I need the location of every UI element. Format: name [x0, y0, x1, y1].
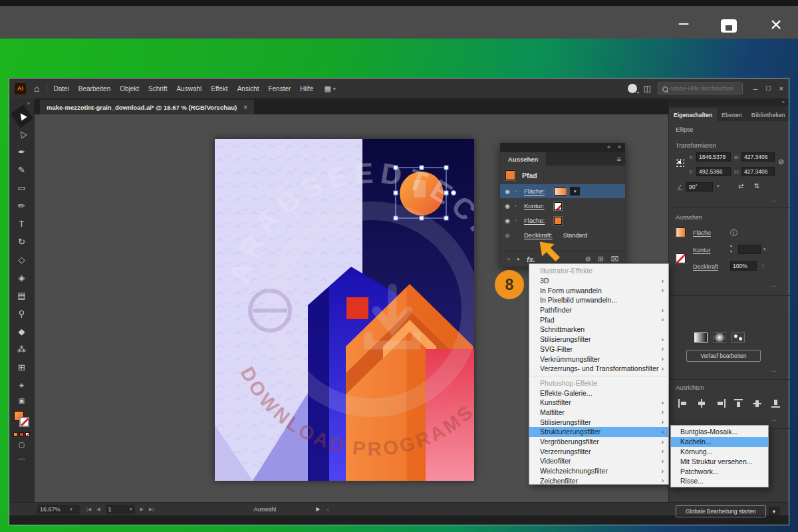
chevron-down-icon[interactable]: ▾: [717, 184, 720, 189]
gradient-tool[interactable]: ▤: [13, 288, 31, 304]
minimize-button[interactable]: –: [672, 15, 696, 35]
status-back-icon[interactable]: ‹: [327, 506, 329, 513]
add-stroke-icon[interactable]: ▫: [507, 255, 510, 263]
delete-item-icon[interactable]: ⌧: [610, 255, 618, 263]
expand-row-icon[interactable]: ›: [515, 203, 524, 209]
menu-item-malfilter[interactable]: Malfilter›: [529, 408, 668, 418]
add-fill-icon[interactable]: ▪: [517, 255, 520, 263]
align-left-icon[interactable]: [678, 399, 688, 408]
shape-builder-tool[interactable]: ◈: [13, 270, 31, 286]
app-close-button[interactable]: ×: [779, 84, 783, 92]
submenu-item-kacheln[interactable]: Kacheln...: [671, 437, 768, 447]
status-arrow-icon[interactable]: ▶: [316, 506, 320, 512]
align-center-horizontal-icon[interactable]: [697, 399, 707, 408]
none-swatch[interactable]: [554, 202, 562, 210]
align-bottom-icon[interactable]: [771, 399, 781, 408]
submenu-item-buntglas-mosaik[interactable]: Buntglas-Mosaik...: [671, 427, 768, 437]
constrain-proportions-icon[interactable]: ⊘: [778, 158, 784, 166]
gradient-swatch[interactable]: [554, 188, 567, 196]
expand-row-icon[interactable]: ›: [515, 188, 524, 194]
menu-item-verkruemmungsfilter[interactable]: Verkrümmungsfilter›: [529, 354, 668, 364]
document-tab[interactable]: make-mezzotint-grain_download.ai* @ 16.6…: [40, 100, 254, 114]
align-center-vertical-icon[interactable]: [753, 399, 763, 408]
more-options-icon[interactable]: …: [770, 196, 777, 203]
collapse-panel-icon[interactable]: »: [669, 98, 789, 106]
tab-bibliotheken[interactable]: Bibliotheken: [747, 108, 790, 121]
menu-objekt[interactable]: Objekt: [120, 85, 139, 92]
linear-gradient-button[interactable]: [694, 332, 708, 342]
color-swatch[interactable]: [554, 217, 562, 225]
previous-artboard-icon[interactable]: ◀: [96, 507, 100, 512]
submenu-item-koernung[interactable]: Körnung...: [671, 447, 768, 457]
symbol-sprayer-tool[interactable]: ⁂: [13, 342, 31, 358]
reference-point-selector[interactable]: [676, 158, 684, 167]
menu-item-pathfinder[interactable]: Pathfinder›: [529, 305, 668, 315]
menu-item-in-form-umwandeln[interactable]: In Form umwandeln›: [529, 285, 668, 295]
stroke-weight-stepper-down[interactable]: ▾: [730, 249, 732, 253]
submenu-item-patchwork[interactable]: Patchwork...: [671, 466, 768, 476]
artboard[interactable]: ARABSEEDTECH DOWNLOAD PROGRAMS: [215, 139, 474, 481]
height-input[interactable]: 427.3406: [741, 167, 775, 176]
appearance-row-fill-gradient[interactable]: ◉ › Fläche: ▾: [500, 184, 625, 198]
rotation-select[interactable]: 90°: [686, 182, 713, 192]
collapse-panel-icon[interactable]: «: [607, 144, 610, 150]
menu-hilfe[interactable]: Hilfe: [300, 85, 313, 92]
stroke-link[interactable]: Kontur: [693, 247, 711, 253]
account-avatar[interactable]: [628, 84, 637, 93]
direct-selection-tool[interactable]: ▷: [10, 122, 33, 146]
scale-tool[interactable]: ◇: [13, 252, 31, 268]
duplicate-item-icon[interactable]: ⊞: [598, 255, 603, 263]
opacity-link[interactable]: Deckkraft: [693, 263, 718, 270]
menu-effekt[interactable]: Effekt: [211, 85, 227, 92]
maximize-button[interactable]: [721, 19, 737, 33]
fill-stroke-indicator[interactable]: [13, 411, 31, 428]
visibility-eye-icon[interactable]: ◉: [500, 217, 515, 224]
menu-item-svg-filter[interactable]: SVG-Filter›: [529, 344, 668, 354]
visibility-eye-icon[interactable]: ◉: [500, 203, 515, 209]
arrange-documents-icon[interactable]: ◫: [644, 84, 651, 93]
screen-mode-icon[interactable]: ▢: [13, 439, 31, 451]
appearance-row-opacity[interactable]: ◉ Deckkraft: Standard: [500, 228, 625, 242]
freeform-gradient-button[interactable]: [732, 332, 745, 342]
menu-item-schnittmarken[interactable]: Schnittmarken: [529, 325, 668, 334]
pen-tool[interactable]: ✒: [13, 144, 31, 160]
menu-item-stilisierungsfilter[interactable]: Stilisierungsfilter›: [529, 334, 668, 344]
close-button[interactable]: ×: [765, 14, 787, 37]
menu-item-weichzeichnungsfilter[interactable]: Weichzeichnungsfilter›: [529, 466, 668, 476]
more-options-icon[interactable]: …: [770, 366, 777, 373]
help-search-box[interactable]: [658, 82, 743, 94]
fill-row-label[interactable]: Fläche:: [524, 217, 545, 224]
color-swatch[interactable]: [13, 432, 18, 437]
menu-fenster[interactable]: Fenster: [268, 85, 291, 92]
chevron-right-icon[interactable]: ›: [762, 262, 764, 269]
menu-item-kunstfilter[interactable]: Kunstfilter›: [529, 398, 668, 408]
workspace-icon[interactable]: ▦: [324, 84, 331, 93]
zoom-level-select[interactable]: 16.67% ▾: [37, 505, 80, 514]
menu-ansicht[interactable]: Ansicht: [237, 85, 259, 92]
chevron-down-icon[interactable]: ▾: [763, 247, 766, 252]
app-maximize-button[interactable]: ▢: [765, 84, 771, 92]
menu-item-in-pixelbild-umwandeln[interactable]: In Pixelbild umwandeln...: [529, 295, 668, 305]
appearance-panel-titlebar[interactable]: « ×: [500, 143, 625, 152]
fill-row-label[interactable]: Fläche:: [524, 188, 545, 195]
artboard-tool[interactable]: ⊞: [13, 360, 31, 376]
flip-horizontal-icon[interactable]: ⇄: [738, 182, 743, 190]
appearance-row-fill-solid[interactable]: ◉ › Fläche:: [500, 213, 625, 227]
curvature-tool[interactable]: ✎: [13, 162, 31, 178]
menu-item-zeichenfilter[interactable]: Zeichenfilter›: [529, 475, 668, 485]
stroke-weight-select[interactable]: [738, 245, 761, 254]
draw-mode-icon[interactable]: ▣: [13, 396, 31, 406]
menu-item-effekte-galerie[interactable]: Effekte-Galerie...: [529, 388, 668, 398]
menu-bearbeiten[interactable]: Bearbeiten: [78, 85, 110, 92]
paintbrush-tool[interactable]: ✏: [13, 198, 31, 214]
opacity-input[interactable]: 100%: [730, 261, 757, 271]
tab-ebenen[interactable]: Ebenen: [717, 108, 747, 121]
menu-auswahl[interactable]: Auswahl: [176, 85, 201, 92]
appearance-tab[interactable]: Aussehen: [500, 152, 546, 166]
menu-schrift[interactable]: Schrift: [148, 85, 167, 92]
app-minimize-button[interactable]: –: [753, 84, 757, 92]
radial-gradient-button[interactable]: [713, 332, 726, 342]
panel-menu-icon[interactable]: ≡: [617, 155, 621, 163]
expand-row-icon[interactable]: ›: [515, 217, 524, 223]
edit-toolbar-icon[interactable]: …: [13, 453, 31, 464]
